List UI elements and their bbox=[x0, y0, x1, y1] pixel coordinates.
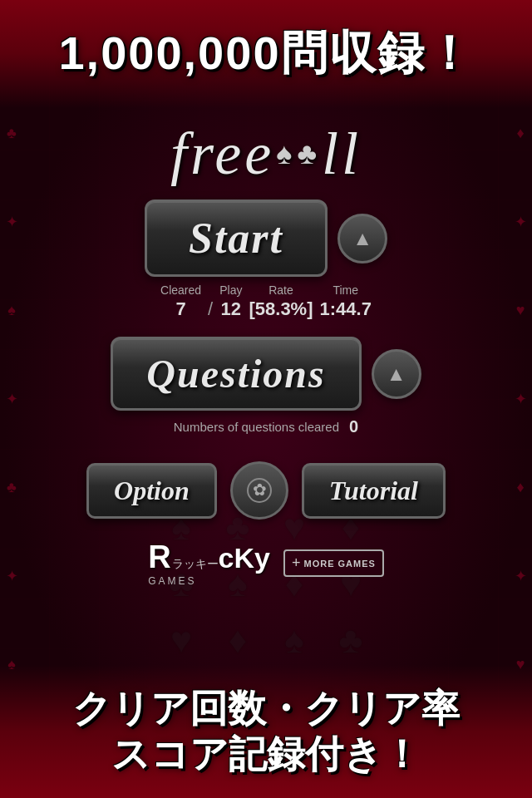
main-content: Start ▲ Cleared 7 / Play 12 Rate [58.3%]… bbox=[0, 200, 532, 587]
questions-button-label: Questions bbox=[146, 352, 325, 396]
stat-cleared: Cleared 7 bbox=[160, 283, 201, 320]
top-title: 1,000,000問収録！ bbox=[58, 22, 473, 86]
cleared-label: Cleared bbox=[160, 283, 201, 297]
lucky-main: cKy bbox=[219, 542, 270, 574]
questions-icon-button[interactable]: ▲ bbox=[372, 349, 421, 399]
bottom-title: クリア回数・クリア率 スコア記録付き！ bbox=[72, 686, 460, 777]
start-btn-row: Start ▲ bbox=[145, 200, 387, 277]
logo-text-part1: free bbox=[170, 120, 274, 189]
option-button-label: Option bbox=[114, 475, 190, 505]
questions-section: Questions ▲ Numbers of questions cleared… bbox=[111, 337, 421, 436]
lucky-r: R bbox=[148, 539, 170, 575]
start-section: Start ▲ Cleared 7 / Play 12 Rate [58.3%]… bbox=[145, 200, 387, 320]
more-games-label: MORE GAMES bbox=[303, 559, 375, 569]
logo-suit-spade: ♠ bbox=[276, 136, 295, 171]
cleared-value: 7 bbox=[175, 298, 185, 320]
stats-row: Cleared 7 / Play 12 Rate [58.3%] Time 1:… bbox=[160, 283, 372, 320]
cleared-questions-row: Numbers of questions cleared 0 bbox=[174, 417, 358, 436]
start-icon: ▲ bbox=[352, 227, 372, 250]
play-value: 12 bbox=[221, 298, 241, 320]
stat-rate: Rate [58.3%] bbox=[249, 283, 313, 320]
publisher-row: R ラッキー cKy GAMES + MORE GAMES bbox=[148, 539, 384, 587]
bottom-line1: クリア回数・クリア率 bbox=[72, 686, 460, 732]
lucky-logo[interactable]: R ラッキー cKy GAMES bbox=[148, 539, 270, 587]
play-label: Play bbox=[219, 283, 242, 297]
bottom-line2: スコア記録付き！ bbox=[72, 732, 460, 777]
stat-time: Time 1:44.7 bbox=[320, 283, 372, 320]
time-label: Time bbox=[332, 283, 358, 297]
rate-label: Rate bbox=[268, 283, 293, 297]
bottom-banner: クリア回数・クリア率 スコア記録付き！ bbox=[0, 665, 532, 798]
rate-value: [58.3%] bbox=[249, 298, 313, 320]
start-button-label: Start bbox=[189, 214, 283, 262]
more-plus-icon: + bbox=[292, 554, 301, 572]
start-button[interactable]: Start bbox=[145, 200, 328, 277]
logo-text-part2: ll bbox=[322, 120, 362, 189]
center-icon: ✿ bbox=[244, 475, 274, 505]
cleared-questions-label: Numbers of questions cleared bbox=[174, 420, 339, 434]
option-button[interactable]: Option bbox=[86, 463, 217, 519]
lucky-sub: GAMES bbox=[148, 575, 196, 587]
bottom-buttons-row: Option ✿ Tutorial bbox=[86, 461, 446, 520]
questions-button[interactable]: Questions bbox=[111, 337, 361, 411]
tutorial-button[interactable]: Tutorial bbox=[302, 463, 446, 519]
lucky-sup: ラッキー bbox=[172, 557, 219, 572]
stat-play: Play 12 bbox=[219, 283, 242, 320]
questions-btn-row: Questions ▲ bbox=[111, 337, 421, 411]
cleared-questions-value: 0 bbox=[349, 417, 358, 436]
game-logo: free ♠ ♣ ll bbox=[170, 120, 362, 189]
questions-icon: ▲ bbox=[387, 362, 406, 386]
start-icon-button[interactable]: ▲ bbox=[337, 214, 387, 264]
more-games-button[interactable]: + MORE GAMES bbox=[283, 549, 384, 577]
logo-suit-club: ♣ bbox=[297, 136, 320, 171]
svg-text:✿: ✿ bbox=[252, 480, 266, 499]
time-value: 1:44.7 bbox=[320, 298, 372, 320]
top-banner: 1,000,000問収録！ bbox=[0, 0, 532, 108]
stat-slash: / bbox=[208, 283, 213, 320]
center-icon-button[interactable]: ✿ bbox=[230, 461, 288, 520]
logo-area: free ♠ ♣ ll bbox=[0, 108, 532, 200]
tutorial-button-label: Tutorial bbox=[329, 475, 418, 505]
